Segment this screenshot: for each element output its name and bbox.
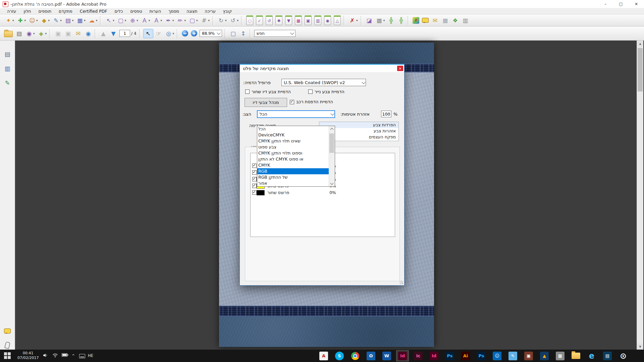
pages-panel-icon[interactable]: ▤ (3, 49, 12, 59)
close-button[interactable]: ✕ (629, 0, 644, 8)
comment-note-icon[interactable] (421, 17, 430, 23)
menu-item-5[interactable]: כלים (111, 9, 127, 14)
remove-conversion-icon[interactable]: ✗ (412, 16, 420, 24)
taskbar-app-acrobat[interactable]: A (317, 350, 330, 361)
dropdown-option-3[interactable]: צבע ספוט (257, 144, 329, 150)
simulate-paper-color-checkbox[interactable] (308, 89, 313, 94)
battery-icon[interactable] (62, 353, 68, 357)
dialog-close-button[interactable]: ✕ (397, 66, 403, 71)
email-icon[interactable]: ✉ (73, 29, 83, 38)
simulation-profile-combo[interactable]: U.S. Web Coated (SWOP) v2 (281, 79, 366, 86)
dialog-resize-grip[interactable] (399, 281, 403, 284)
taskbar-app-indesign-2[interactable]: Id (428, 350, 440, 361)
menu-item-10[interactable]: עריכה (201, 9, 219, 14)
dropdown-option-0[interactable]: הכל (257, 126, 329, 132)
menu-item-2[interactable]: תוספים (35, 9, 55, 14)
rotate-cw-icon[interactable]: ↻▾ (216, 16, 228, 25)
create-pdf-icon[interactable]: ✦▾ (4, 16, 15, 25)
comments-panel-icon[interactable] (3, 326, 12, 336)
taskbar-app-edge[interactable]: e (585, 350, 598, 361)
taskbar-app-indesign[interactable]: Id (396, 350, 409, 361)
simulate-overprinting-checkbox[interactable] (290, 100, 294, 104)
dropdown-scrollbar-thumb[interactable] (329, 133, 334, 153)
next-page-icon[interactable]: ▼ (109, 29, 118, 38)
halftone-pattern-icon[interactable]: ▦ (440, 16, 450, 25)
taskbar-app-search[interactable]: ⊙ (617, 350, 630, 361)
menu-item-0[interactable]: עזרה (3, 9, 20, 14)
taskbar-app-app-13[interactable]: ▣ (522, 350, 535, 361)
tray-expand-icon[interactable]: ^ (72, 354, 75, 358)
panel-toggle-icon[interactable]: ▥ (461, 16, 470, 25)
separation-checkbox[interactable] (252, 190, 257, 195)
menu-item-8[interactable]: מסמך (165, 9, 183, 14)
opacity-warning-input[interactable] (381, 111, 391, 117)
text-edit-tool-icon[interactable]: A▾ (140, 16, 151, 25)
dropdown-option-4[interactable]: וספוט תלויי התקן CMYK (257, 150, 329, 156)
redaction-icon[interactable]: ✗▾ (347, 16, 359, 25)
dropdown-option-6[interactable]: CMYK (257, 162, 329, 168)
inks-cmyk-icon[interactable]: ▦ (294, 15, 303, 26)
taskbar-app-outlook[interactable]: O (365, 350, 377, 361)
save-icon[interactable]: ▣ (53, 29, 63, 38)
scrollbar-thumb[interactable] (638, 48, 643, 92)
taskbar-app-illustrator[interactable]: Ai (459, 350, 472, 361)
menu-item-9[interactable]: תצוגה (183, 9, 201, 14)
show-combo[interactable]: הכל (257, 110, 335, 118)
dialog-titlebar[interactable]: תצוגה מקדימה של פלט ✕ (240, 64, 404, 72)
collaborate-icon[interactable]: ☺▾ (28, 16, 39, 25)
grid-snap-icon[interactable]: ╬ (386, 16, 396, 25)
pen-tool-icon[interactable]: ✒▾ (164, 16, 175, 25)
warning-tool-icon[interactable]: △ (333, 15, 342, 26)
keyboard-icon[interactable] (79, 354, 85, 358)
separation-checkbox[interactable] (252, 177, 257, 181)
taskbar-app-incopy[interactable]: Ic (412, 350, 425, 361)
taskbar-clock[interactable]: 00:41 07/02/2017 (17, 351, 39, 360)
zoom-out-icon[interactable]: − (181, 29, 189, 37)
language-indicator[interactable]: HE (88, 353, 93, 358)
rotate-ccw-icon[interactable]: ↺▾ (228, 16, 240, 25)
trap-presets-icon[interactable]: ▼ (284, 15, 293, 26)
taskbar-app-photoshop-2[interactable]: Ps (475, 350, 488, 361)
print-icon[interactable]: ▤ (14, 29, 24, 38)
table-select-icon[interactable]: ▦▾ (375, 16, 386, 25)
signatures-panel-icon[interactable]: ✎ (3, 78, 12, 87)
select-tool-icon[interactable]: ↖ (143, 29, 153, 38)
preflight-icon[interactable]: ✓ (255, 15, 264, 26)
separation-checkbox[interactable] (252, 164, 257, 168)
review-tracker-icon[interactable]: ◈▾ (37, 29, 48, 38)
volume-icon[interactable] (43, 353, 48, 358)
separation-row[interactable]: פרוצס שחור0% (251, 190, 395, 196)
taskbar-app-skype[interactable]: S (333, 350, 346, 361)
prev-page-icon[interactable]: ▲ (99, 29, 108, 38)
menu-item-4[interactable]: Certified PDF (76, 9, 111, 14)
start-button-icon[interactable] (4, 352, 11, 359)
capture-icon[interactable]: ◉ (323, 15, 332, 26)
menu-item-6[interactable]: טפסים (126, 9, 146, 14)
dropdown-option-5[interactable]: או ספוט CMYK לא התקן (257, 156, 329, 162)
output-preview-icon[interactable]: ◌ (245, 15, 254, 26)
open-file-icon[interactable] (4, 31, 13, 37)
web-upload-icon[interactable]: ◉ (84, 29, 93, 38)
dropdown-scroll-up-icon[interactable] (329, 126, 334, 132)
convert-colors-icon[interactable]: ↺ (265, 15, 274, 26)
hand-tool-icon[interactable]: ☞ (154, 29, 163, 38)
ink-manager-icon[interactable]: ✱ (274, 15, 283, 26)
attachments-panel-icon[interactable] (3, 341, 12, 350)
scroll-up-icon[interactable]: ▲ (637, 41, 643, 47)
forms-icon[interactable]: ▤▾ (63, 16, 75, 25)
bookmarks-panel-icon[interactable]: ▥ (3, 64, 12, 73)
taskbar-app-word[interactable]: W (380, 350, 393, 361)
zoom-level-combo[interactable]: 88.9% (200, 30, 222, 37)
dropdown-scroll-down-icon[interactable] (329, 181, 334, 186)
save-copy-icon[interactable]: ▣ (63, 29, 73, 38)
menu-item-11[interactable]: קובץ (219, 9, 235, 14)
menu-item-1[interactable]: חלון (20, 9, 35, 14)
separation-checkbox[interactable] (252, 184, 257, 188)
taskbar-app-calculator[interactable]: ▤ (601, 350, 614, 361)
crop-tool-icon[interactable]: #▾ (200, 16, 211, 25)
fit-height-icon[interactable]: ↕ (238, 29, 248, 38)
combine-files-icon[interactable]: ✚▾ (16, 16, 27, 25)
select-object-tool-icon[interactable]: ↖▾ (104, 16, 115, 25)
taskbar-app-chrome[interactable] (349, 350, 362, 361)
email-review-icon[interactable]: ✉ (430, 16, 440, 25)
